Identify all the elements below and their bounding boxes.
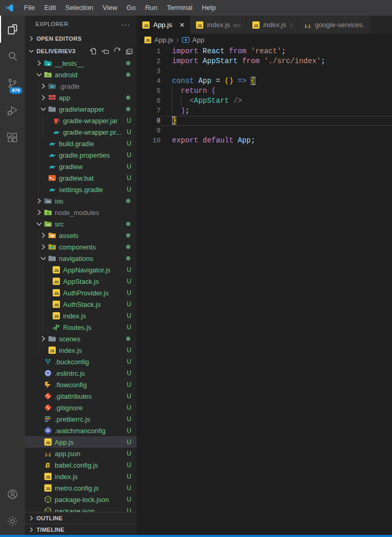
tree-item-metro.config.js[interactable]: JSmetro.config.jsU xyxy=(25,482,137,494)
code-line-6[interactable]: 6 <AppStart /> xyxy=(137,96,392,106)
tree-item-index.js[interactable]: JSindex.jsU xyxy=(25,471,137,482)
activity-explorer[interactable] xyxy=(0,16,25,43)
tree-item-settings.gradle[interactable]: settings.gradleU xyxy=(25,184,137,195)
menu-view[interactable]: View xyxy=(98,0,122,16)
tree-item-gradlew[interactable]: gradlewU xyxy=(25,161,137,172)
tree-item-appnavigator.js[interactable]: JSAppNavigator.jsU xyxy=(25,264,137,276)
menu-run[interactable]: Run xyxy=(140,0,162,16)
tree-item-package.json[interactable]: package.jsonU xyxy=(25,505,137,512)
breadcrumb[interactable]: JS App.js › App xyxy=(137,34,392,45)
code-line-3[interactable]: 3 xyxy=(137,66,392,76)
tab-index.js[interactable]: JSindex.js.\ xyxy=(247,16,298,34)
code-line-text[interactable] xyxy=(161,66,392,76)
tree-item-gradle.properties[interactable]: gradle.propertiesU xyxy=(25,149,137,161)
chevron-right-icon[interactable] xyxy=(39,243,48,251)
more-actions-icon[interactable]: ··· xyxy=(121,20,130,29)
chevron-right-icon[interactable] xyxy=(39,93,48,102)
tree-item-.buckconfig[interactable]: .buckconfigU xyxy=(25,356,137,367)
tree-item-babel.config.js[interactable]: Bbabel.config.jsU xyxy=(25,459,137,471)
chevron-down-icon[interactable] xyxy=(34,220,44,228)
tree-item-.eslintrc.js[interactable]: .eslintrc.jsU xyxy=(25,367,137,379)
menu-go[interactable]: Go xyxy=(122,0,140,16)
code-line-5[interactable]: 5 return ( xyxy=(137,86,392,96)
menu-terminal[interactable]: Terminal xyxy=(162,0,197,16)
tree-item-.gradle[interactable]: .gradle xyxy=(25,80,137,92)
refresh-icon[interactable] xyxy=(113,47,121,55)
new-file-icon[interactable] xyxy=(89,47,97,55)
tree-item-src[interactable]: </>src xyxy=(25,218,137,230)
chevron-down-icon[interactable] xyxy=(34,70,44,79)
chevron-right-icon[interactable] xyxy=(34,59,44,67)
code-line-text[interactable]: const App = () => { xyxy=(161,76,392,86)
code-line-4[interactable]: 4const App = () => { xyxy=(137,76,392,86)
activity-extensions[interactable] xyxy=(0,124,25,151)
tree-item-.watchmanconfig[interactable]: .watchmanconfigU xyxy=(25,425,137,436)
tab-google-services.[interactable]: {..}google-services. xyxy=(298,16,370,34)
section-outline[interactable]: OUTLINE xyxy=(25,512,137,523)
section-timeline[interactable]: TIMELINE xyxy=(25,523,137,535)
chevron-right-icon[interactable] xyxy=(39,82,48,90)
activity-account[interactable] xyxy=(0,481,25,508)
code-line-9[interactable]: 9 xyxy=(137,126,392,136)
code-line-10[interactable]: 10export default App; xyxy=(137,136,392,146)
tree-item-index.js[interactable]: JSindex.jsU xyxy=(25,344,137,356)
new-folder-icon[interactable] xyxy=(101,47,109,55)
collapse-all-icon[interactable] xyxy=(125,47,133,55)
tree-item-package-lock.json[interactable]: package-lock.jsonU xyxy=(25,494,137,505)
code-line-text[interactable]: import AppStart from './src/index'; xyxy=(161,56,392,66)
activity-search[interactable] xyxy=(0,43,25,70)
breadcrumb-file[interactable]: App.js xyxy=(154,36,173,44)
code-editor[interactable]: 1import React from 'react';2import AppSt… xyxy=(137,45,392,535)
code-line-1[interactable]: 1import React from 'react'; xyxy=(137,46,392,56)
tree-item-build.gradle[interactable]: build.gradleU xyxy=(25,138,137,149)
chevron-right-icon[interactable] xyxy=(34,208,44,217)
code-line-text[interactable] xyxy=(161,126,392,136)
chevron-right-icon[interactable] xyxy=(39,335,48,343)
section-project-root[interactable]: DELIVERIEV3 xyxy=(25,45,137,57)
tree-item-authstack.js[interactable]: JSAuthStack.jsU xyxy=(25,299,137,310)
menu-file[interactable]: File xyxy=(19,0,40,16)
tree-item-.gitattributes[interactable]: .gitattributesU xyxy=(25,390,137,402)
tree-item-android[interactable]: android xyxy=(25,69,137,80)
code-line-text[interactable]: ); xyxy=(161,106,392,116)
code-line-2[interactable]: 2import AppStart from './src/index'; xyxy=(137,56,392,66)
tree-item-node_modules[interactable]: node_modules xyxy=(25,207,137,218)
tree-item-gradle-wrapper[interactable]: gradle\wrapper xyxy=(25,103,137,115)
menu-help[interactable]: Help xyxy=(197,0,220,16)
tree-item-appstack.js[interactable]: JSAppStack.jsU xyxy=(25,276,137,287)
tree-item-ios[interactable]: iosios xyxy=(25,195,137,207)
tree-item-gradle-wrapper.pr...[interactable]: gradle-wrapper.pr...U xyxy=(25,126,137,138)
tree-item-authprovider.js[interactable]: JSAuthProvider.jsU xyxy=(25,287,137,299)
tree-item-navigations[interactable]: navigations xyxy=(25,253,137,264)
code-line-text[interactable]: <AppStart /> xyxy=(161,96,392,106)
tree-item-routes.js[interactable]: Routes.jsU xyxy=(25,321,137,333)
tree-item-assets[interactable]: assets xyxy=(25,230,137,241)
menu-edit[interactable]: Edit xyxy=(40,0,60,16)
close-icon[interactable]: ✕ xyxy=(179,21,185,29)
chevron-right-icon[interactable] xyxy=(34,197,44,205)
code-line-8[interactable]: 8} xyxy=(137,116,392,126)
tree-item-app.json[interactable]: {..}app.jsonU xyxy=(25,448,137,459)
tree-item-app.js[interactable]: JSApp.jsU xyxy=(25,436,137,448)
chevron-down-icon[interactable] xyxy=(39,105,48,113)
tree-item-.gitignore[interactable]: .gitignoreU xyxy=(25,402,137,413)
tree-item-__tests__[interactable]: __tests__ xyxy=(25,57,137,69)
chevron-right-icon[interactable] xyxy=(39,231,48,240)
tree-item-gradlew.bat[interactable]: gradlew.batU xyxy=(25,172,137,184)
tree-item-.flowconfig[interactable]: .flowconfigU xyxy=(25,379,137,390)
menu-selection[interactable]: Selection xyxy=(60,0,97,16)
tree-item-.prettierrc.js[interactable]: .prettierrc.jsU xyxy=(25,413,137,425)
tab-index.js[interactable]: JSindex.jssrc xyxy=(190,16,247,34)
activity-source-control[interactable]: 979 xyxy=(0,70,25,97)
activity-settings[interactable] xyxy=(0,508,25,535)
code-line-text[interactable]: import React from 'react'; xyxy=(161,46,392,56)
section-open-editors[interactable]: OPEN EDITORS xyxy=(25,32,137,45)
tree-item-app[interactable]: app xyxy=(25,92,137,103)
tree-item-index.js[interactable]: JSindex.jsU xyxy=(25,310,137,321)
code-line-7[interactable]: 7 ); xyxy=(137,106,392,116)
tab-app.js[interactable]: JSApp.js✕ xyxy=(137,16,190,34)
tree-item-components[interactable]: components xyxy=(25,241,137,253)
chevron-down-icon[interactable] xyxy=(39,254,48,262)
tree-item-gradle-wrapper.jar[interactable]: gradle-wrapper.jarU xyxy=(25,115,137,126)
code-line-text[interactable]: export default App; xyxy=(161,136,392,146)
